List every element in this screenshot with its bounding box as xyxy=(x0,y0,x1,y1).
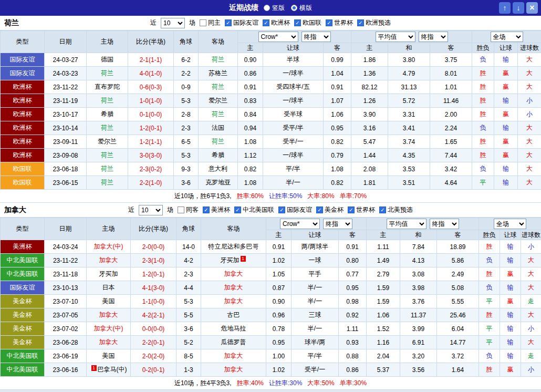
avg-away: 3.42 xyxy=(430,162,472,176)
filter-checkbox[interactable]: ✓国际友谊 xyxy=(278,205,312,214)
radio-vertical[interactable]: 竖版 xyxy=(264,4,285,13)
sub-column-header: 胜负 xyxy=(479,230,500,240)
odds-final-select[interactable]: 终指 xyxy=(301,32,331,42)
checkbox-icon[interactable]: ✓ xyxy=(278,207,285,213)
checkbox-label: 世界杯 xyxy=(356,205,375,214)
summary-segment: 近10场，胜6平1负3, xyxy=(174,192,232,201)
league-badge: 欧国联 xyxy=(1,176,45,190)
away-team: 危地马拉 xyxy=(201,322,266,336)
avg-draw: 3.51 xyxy=(388,176,430,190)
filter-checkbox[interactable]: ✓欧国联 xyxy=(294,18,321,27)
checkbox-icon[interactable]: ✓ xyxy=(203,207,210,213)
avg-final-select[interactable]: 终指 xyxy=(430,219,459,229)
checkbox-icon[interactable]: ✓ xyxy=(263,19,269,26)
avg-source-select[interactable]: 平均值 xyxy=(376,32,415,42)
odds-company-select[interactable]: Crow* xyxy=(258,32,298,42)
scope-select[interactable]: 全场 xyxy=(491,32,523,42)
odds-handicap: 半/一 xyxy=(292,295,339,308)
summary-row: 近10场，胜4平3负3,胜率:40%让胜率:30%大率:50%单率:30% xyxy=(0,377,541,390)
result-outcome: 胜 xyxy=(472,108,494,121)
odds-handicap: 受平/半 xyxy=(263,121,324,135)
filter-checkbox[interactable]: ✓中北美国联 xyxy=(234,205,274,214)
team-name-text: 直布罗陀 xyxy=(95,83,120,90)
team-name-text: 荷兰 xyxy=(212,56,224,63)
checkbox-icon[interactable]: ✓ xyxy=(234,207,241,213)
match-row: 欧洲杯23-10-17希腊0-1(0-0)2-8荷兰0.84受半球1.063.9… xyxy=(1,108,541,121)
team-name-text: 美国 xyxy=(102,352,115,359)
filter-checkbox[interactable]: 同客 xyxy=(178,205,199,214)
score: 2-1(1-1) xyxy=(128,53,174,67)
odds-away: 0.92 xyxy=(339,308,367,322)
checkbox-icon[interactable]: ✓ xyxy=(357,19,364,26)
odds-final-select[interactable]: 终指 xyxy=(323,219,352,229)
odds-handicap: 一/球半 xyxy=(263,67,324,80)
odds-company-select[interactable]: Crow* xyxy=(280,219,320,229)
avg-final-select[interactable]: 终指 xyxy=(419,32,448,42)
sub-column-header: 进球数 xyxy=(518,43,541,53)
odds-home: 1.08 xyxy=(238,135,263,149)
checkbox-icon[interactable]: ✓ xyxy=(316,207,323,213)
checkbox-icon[interactable]: ✓ xyxy=(348,207,355,213)
avg-away: 3.72 xyxy=(437,349,479,363)
result-handicap: 输 xyxy=(500,281,521,295)
recent-results-panel: 近期战绩 竖版横版 ↑ ↓ × 荷兰近10场同主✓国际友谊✓欧洲杯✓欧国联✓世界… xyxy=(0,0,541,390)
result-outcome: 负 xyxy=(472,53,494,67)
radio-icon[interactable] xyxy=(291,5,297,11)
result-handicap: 赢 xyxy=(500,363,521,377)
odds-handicap: 三球 xyxy=(292,308,339,322)
away-team: 加拿大 xyxy=(201,363,266,377)
avg-home: 1.36 xyxy=(351,67,388,80)
filter-checkbox[interactable]: ✓北美预选 xyxy=(379,205,413,214)
filter-checkbox[interactable]: 同主 xyxy=(200,18,221,27)
match-row: 美金杯23-07-10美国1-1(0-0)5-3加拿大0.90半/一0.981.… xyxy=(1,295,541,308)
move-up-button[interactable]: ↑ xyxy=(499,2,511,14)
checkbox-icon[interactable]: ✓ xyxy=(294,19,301,26)
odds-handicap: 一/球半 xyxy=(263,149,324,162)
checkbox-icon[interactable]: ✓ xyxy=(225,19,232,26)
checkbox-icon[interactable] xyxy=(178,207,184,213)
avg-home: 2.79 xyxy=(367,267,400,281)
result-goals: 大 xyxy=(518,135,541,149)
score: 2-2(1-0) xyxy=(128,176,174,190)
odds-header-group: Crow*终指 xyxy=(238,31,351,43)
checkbox-label: 欧洲预选 xyxy=(366,18,391,27)
filter-checkbox[interactable]: ✓国际友谊 xyxy=(225,18,258,27)
checkbox-icon[interactable]: ✓ xyxy=(379,207,386,213)
away-team: 克罗地亚 xyxy=(199,176,238,190)
avg-away: 11.46 xyxy=(430,94,472,108)
odds-handicap: 一球 xyxy=(292,254,339,267)
filter-checkbox[interactable]: ✓美金杯 xyxy=(316,205,344,214)
checkbox-icon[interactable] xyxy=(200,19,206,26)
move-down-button[interactable]: ↓ xyxy=(513,2,524,14)
match-count-select[interactable]: 10 xyxy=(139,205,163,215)
filter-checkbox[interactable]: ✓世界杯 xyxy=(348,205,375,214)
avg-home: 1.59 xyxy=(367,281,400,295)
odds-home: 0.78 xyxy=(266,322,292,336)
match-count-select[interactable]: 10 xyxy=(161,18,185,28)
filter-checkbox[interactable]: ✓欧洲杯 xyxy=(263,18,290,27)
home-team: 德国 xyxy=(87,53,128,67)
close-button[interactable]: × xyxy=(526,2,538,14)
filter-checkbox[interactable]: ✓美洲杯 xyxy=(203,205,230,214)
match-row: 美金杯23-07-05加拿大4-2(2-1)5-5古巴0.96三球0.921.0… xyxy=(1,308,541,322)
filter-checkbox[interactable]: ✓世界杯 xyxy=(326,18,353,27)
match-date: 23-06-18 xyxy=(45,162,87,176)
team-name-text: 日本 xyxy=(102,284,115,291)
result-outcome: 胜 xyxy=(472,135,494,149)
checkbox-icon[interactable]: ✓ xyxy=(326,19,332,26)
column-header: 比分(半场) xyxy=(131,218,176,240)
sub-column-header: 和 xyxy=(388,43,430,53)
radio-icon[interactable] xyxy=(264,5,270,11)
result-goals: 小 xyxy=(521,240,541,254)
radio-horizontal[interactable]: 横版 xyxy=(291,4,312,13)
result-header-group: 全场 xyxy=(472,31,541,43)
match-row: 国际友谊24-03-23荷兰4-0(1-0)2-2苏格兰0.86一/球半1.04… xyxy=(1,67,541,80)
filter-checkbox[interactable]: ✓欧洲预选 xyxy=(357,18,391,27)
titlebar: 近期战绩 竖版横版 ↑ ↓ × xyxy=(0,0,541,16)
league-badge: 欧洲杯 xyxy=(1,121,45,135)
team-name-text: 荷兰 xyxy=(212,138,224,145)
result-handicap: 输 xyxy=(500,336,521,349)
result-outcome: 胜 xyxy=(479,363,500,377)
scope-select[interactable]: 全场 xyxy=(494,219,526,229)
avg-source-select[interactable]: 平均值 xyxy=(387,219,426,229)
